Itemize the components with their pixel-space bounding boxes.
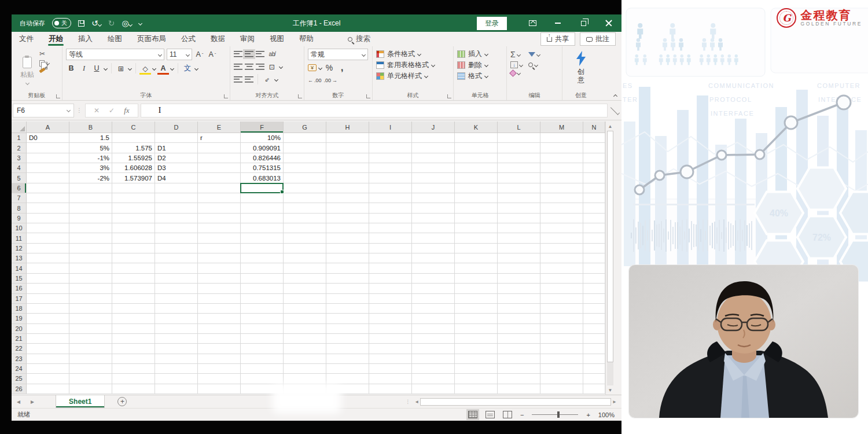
cell-A13[interactable] — [27, 253, 69, 263]
wrap-text-button[interactable]: ⇙ — [262, 74, 273, 84]
cell-D3[interactable]: D2 — [155, 153, 198, 163]
row-header-16[interactable]: 16 — [12, 284, 27, 293]
cell-H8[interactable] — [326, 203, 369, 213]
cell-N11[interactable] — [583, 233, 605, 243]
insert-cells-button[interactable]: 插入 — [457, 49, 503, 59]
cell-I23[interactable] — [369, 354, 412, 364]
horizontal-scroll-thumb[interactable] — [420, 398, 611, 406]
cell-N26[interactable] — [583, 384, 605, 394]
cell-M18[interactable] — [540, 304, 583, 314]
cell-M8[interactable] — [540, 203, 583, 213]
cell-B10[interactable] — [69, 223, 112, 233]
cell-B26[interactable] — [69, 384, 112, 394]
cell-A24[interactable] — [27, 364, 69, 374]
cell-C1[interactable] — [112, 133, 155, 143]
cell-H10[interactable] — [326, 223, 369, 233]
cell-J7[interactable] — [412, 193, 455, 203]
vertical-scroll-thumb[interactable] — [607, 131, 613, 362]
row-header-23[interactable]: 23 — [12, 354, 27, 364]
tab-review[interactable]: 审阅 — [233, 32, 262, 46]
cell-H12[interactable] — [326, 244, 369, 253]
cell-A9[interactable] — [27, 214, 69, 223]
cell-L9[interactable] — [498, 214, 540, 223]
cell-I17[interactable] — [369, 294, 412, 304]
cell-B7[interactable] — [69, 193, 112, 203]
cell-N8[interactable] — [583, 203, 605, 213]
row-header-20[interactable]: 20 — [12, 324, 27, 334]
cell-E3[interactable] — [198, 153, 241, 163]
cell-M4[interactable] — [540, 163, 583, 173]
cell-F22[interactable] — [241, 344, 284, 354]
cell-I26[interactable] — [369, 384, 412, 394]
cell-C7[interactable] — [112, 193, 155, 203]
cell-H7[interactable] — [326, 193, 369, 203]
row-header-17[interactable]: 17 — [12, 294, 27, 304]
font-color-button[interactable]: A — [158, 63, 168, 73]
cell-N20[interactable] — [583, 324, 605, 334]
cell-F8[interactable] — [241, 203, 284, 213]
cell-N3[interactable] — [583, 153, 605, 163]
cell-B4[interactable]: 3% — [69, 163, 112, 173]
cell-D8[interactable] — [155, 203, 198, 213]
cell-A12[interactable] — [27, 244, 69, 253]
cell-M19[interactable] — [540, 314, 583, 323]
cell-H6[interactable] — [326, 183, 369, 193]
cell-M26[interactable] — [540, 384, 583, 394]
cell-E26[interactable] — [198, 384, 241, 394]
row-header-25[interactable]: 25 — [12, 374, 27, 384]
cell-G6[interactable] — [284, 183, 326, 193]
cell-K16[interactable] — [455, 284, 498, 293]
cell-J24[interactable] — [412, 364, 455, 374]
zoom-level[interactable]: 100% — [598, 411, 615, 418]
decrease-indent-button[interactable] — [234, 76, 242, 83]
cell-N18[interactable] — [583, 304, 605, 314]
cell-I7[interactable] — [369, 193, 412, 203]
scroll-up-icon[interactable]: ▲ — [606, 122, 615, 131]
cell-G17[interactable] — [284, 294, 326, 304]
cell-D6[interactable] — [155, 183, 198, 193]
cell-I18[interactable] — [369, 304, 412, 314]
cell-E19[interactable] — [198, 314, 241, 323]
cell-J8[interactable] — [412, 203, 455, 213]
cell-L8[interactable] — [498, 203, 540, 213]
cell-F23[interactable] — [241, 354, 284, 364]
cell-C22[interactable] — [112, 344, 155, 354]
ribbon-display-options-button[interactable] — [520, 14, 545, 32]
cell-N22[interactable] — [583, 344, 605, 354]
cell-C14[interactable] — [112, 263, 155, 273]
align-bottom-button[interactable] — [256, 51, 264, 57]
autosum-button[interactable]: Σ — [510, 50, 523, 59]
cell-C20[interactable] — [112, 324, 155, 334]
cell-B5[interactable]: -2% — [69, 173, 112, 183]
cell-L1[interactable] — [498, 133, 540, 143]
cell-H16[interactable] — [326, 284, 369, 293]
cell-B23[interactable] — [69, 354, 112, 364]
cell-E9[interactable] — [198, 214, 241, 223]
cell-F5[interactable]: 0.683013 — [241, 173, 284, 183]
cell-E12[interactable] — [198, 244, 241, 253]
cell-D20[interactable] — [155, 324, 198, 334]
cell-K25[interactable] — [455, 374, 498, 384]
cell-J21[interactable] — [412, 334, 455, 344]
hscroll-splitter[interactable]: ⋮ — [405, 399, 411, 404]
page-break-view-button[interactable] — [503, 411, 512, 418]
cell-G25[interactable] — [284, 374, 326, 384]
cell-F7[interactable] — [241, 193, 284, 203]
row-header-9[interactable]: 9 — [12, 214, 27, 223]
column-header-L[interactable]: L — [498, 122, 540, 133]
cell-B25[interactable] — [69, 374, 112, 384]
column-header-J[interactable]: J — [412, 122, 455, 133]
confirm-entry-icon[interactable]: ✓ — [109, 106, 115, 115]
column-header-E[interactable]: E — [198, 122, 241, 133]
cell-N14[interactable] — [583, 263, 605, 273]
cell-J17[interactable] — [412, 294, 455, 304]
cell-J22[interactable] — [412, 344, 455, 354]
cell-E7[interactable] — [198, 193, 241, 203]
cell-C2[interactable]: 1.575 — [112, 143, 155, 153]
cell-J11[interactable] — [412, 233, 455, 243]
cell-styles-button[interactable]: 单元格样式 — [376, 71, 450, 81]
cell-K5[interactable] — [455, 173, 498, 183]
cell-N13[interactable] — [583, 253, 605, 263]
cell-J5[interactable] — [412, 173, 455, 183]
cell-H19[interactable] — [326, 314, 369, 323]
